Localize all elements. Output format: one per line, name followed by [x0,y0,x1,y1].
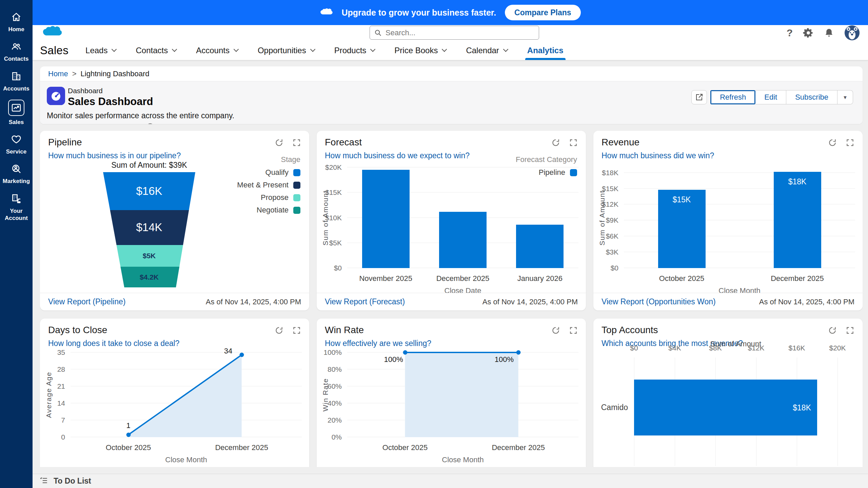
card-pipeline: Pipeline How much business is in our pip… [40,131,309,310]
funnel-chart: $16K$14K$5K$4.2K [103,172,195,287]
y-tick-label: 28 [57,365,65,373]
refresh-icon[interactable] [551,138,560,148]
refresh-icon[interactable] [551,326,560,336]
legend-label: Negotiate [257,206,289,215]
tab-price-books[interactable]: Price Books [394,41,446,60]
card-question-link[interactable]: How much business do we expect to win? [325,151,470,160]
x-category-label: December 2025 [215,443,268,452]
sidebar-item-marketing[interactable]: Marketing [0,161,33,187]
refresh-button[interactable]: Refresh [710,90,755,104]
edit-button[interactable]: Edit [755,90,786,104]
tab-calendar[interactable]: Calendar [466,41,507,60]
tab-accounts[interactable]: Accounts [196,41,238,60]
x-tick-label: $16K [788,344,805,352]
avatar[interactable] [844,25,860,41]
data-point [516,350,520,355]
viewing-as-text: Viewing as Eddie Cliff [162,123,231,124]
info-icon[interactable]: i [146,123,154,124]
gridline [347,167,578,167]
card-question-link[interactable]: How effectively are we selling? [325,339,431,348]
x-category-label: October 2025 [382,443,428,452]
breadcrumb-home-link[interactable]: Home [48,69,68,78]
funnel-caption: Sum of Amount: $39K [103,161,195,170]
x-axis-label: Close Month [165,455,207,464]
view-report-link[interactable]: View Report (Opportunities Won) [601,297,716,306]
main-content: Home > Lightning Dashboard Dashboard Sal… [33,60,868,488]
card-win-rate: Win Rate How effectively are we selling?… [317,319,586,467]
y-tick-label: 35 [57,348,65,357]
sidebar-item-your-account[interactable]: Your Account [0,190,33,224]
refresh-icon[interactable] [828,326,837,336]
dashboard-description: Monitor sales performance across the ent… [47,111,854,120]
tab-contacts[interactable]: Contacts [136,41,176,60]
x-tick-label: $0 [630,344,638,352]
data-point [403,350,407,355]
sidebar-item-service[interactable]: Service [0,131,33,157]
subscribe-button[interactable]: Subscribe [786,90,837,104]
refresh-icon[interactable] [275,138,283,148]
refresh-icon[interactable] [275,326,283,336]
todo-list-button[interactable]: To Do List [54,476,91,486]
expand-icon[interactable] [569,138,578,148]
dashboard-meta: As of Nov 14, 2025, 4:00 PM · i · Viewin… [47,123,854,124]
search-input[interactable] [370,26,539,40]
tab-products[interactable]: Products [334,41,375,60]
bar-value-label: $15K [658,195,706,204]
salesforce-logo [42,24,62,40]
sidebar-item-sales[interactable]: Sales [0,98,33,128]
expand-icon[interactable] [292,326,301,336]
sales-chart-icon [8,100,24,116]
share-button[interactable] [691,90,707,104]
bar-chart: $0$3K$6K$9K$12K$15K$18KSum of AmountClos… [624,167,855,268]
bar [439,212,487,268]
sidebar-item-accounts[interactable]: Accounts [0,68,33,94]
expand-icon[interactable] [292,138,301,148]
line-series [347,352,578,437]
card-question-link[interactable]: How long does it take to close a deal? [48,339,179,348]
app-navbar: Sales Leads Contacts Accounts Opportunit… [33,41,868,60]
sidebar-item-contacts[interactable]: Contacts [0,38,33,64]
setup-button[interactable] [803,27,814,38]
legend-title: Forecast Category [516,155,577,164]
view-report-link[interactable]: View Report (Pipeline) [48,297,125,306]
card-forecast: Forecast How much business do we expect … [317,131,586,310]
expand-icon[interactable] [846,326,854,336]
card-title: Days to Close [48,325,301,336]
y-tick-label: 7 [61,416,65,424]
avatar-icon [844,25,860,41]
tab-analytics[interactable]: Analytics [527,41,564,60]
notifications-button[interactable] [824,28,834,38]
view-report-link[interactable]: View Report (Forecast) [325,297,405,306]
y-tick-label: 14 [57,399,65,407]
card-revenue: Revenue How much business did we win? $0… [593,131,863,310]
card-question-link[interactable]: How much business is in our pipeline? [48,151,181,160]
help-button[interactable]: ? [787,27,793,39]
chevron-down-icon [234,47,239,52]
data-point-label: 1 [126,421,131,430]
legend-swatch [293,169,300,176]
expand-icon[interactable] [569,326,578,336]
more-actions-button[interactable]: ▾ [837,90,853,104]
legend-item: Propose [237,193,300,202]
bar-value-label: $18K [774,177,821,186]
card-question-link[interactable]: How much business did we win? [601,151,714,160]
sidebar-item-home[interactable]: Home [0,9,33,35]
compare-plans-button[interactable]: Compare Plans [505,5,580,20]
expand-icon[interactable] [846,138,854,148]
card-title: Pipeline [48,137,301,148]
refresh-icon[interactable] [828,138,837,148]
line-chart: 0%20%40%60%80%100%Win RateClose Month100… [347,352,578,437]
sidebar-item-label: Your Account [1,207,32,222]
tab-leads[interactable]: Leads [85,41,116,60]
card-as-of: As of Nov 14, 2025, 4:00 PM [206,298,301,306]
legend-label: Propose [261,193,289,202]
top-axis-title: Sum of Amount [634,340,837,348]
tab-opportunities[interactable]: Opportunities [258,41,315,60]
data-point [239,353,244,357]
legend-item: Qualify [237,168,300,177]
sidebar-item-label: Contacts [1,55,32,62]
chevron-down-icon [442,47,447,52]
y-tick-label: 21 [57,382,65,390]
dashboard-icon [47,87,65,106]
as-of-text: As of Nov 14, 2025, 4:00 PM [47,123,138,124]
